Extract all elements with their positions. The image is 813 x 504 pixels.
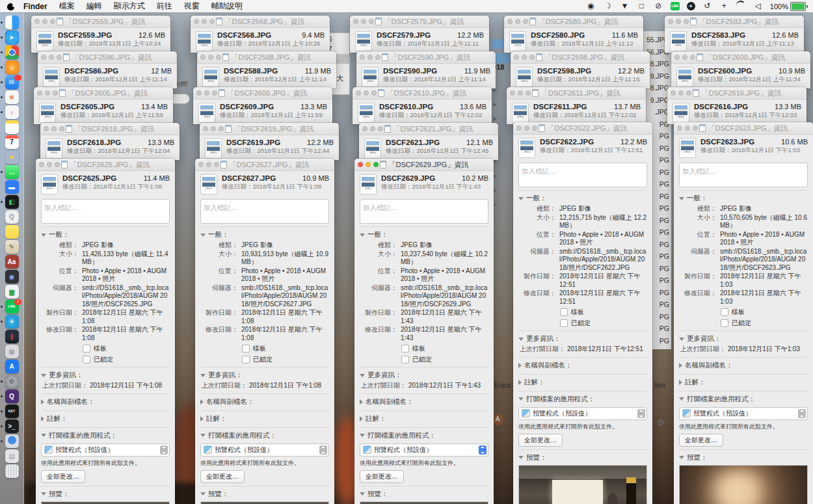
minimize-button[interactable] bbox=[518, 90, 523, 96]
window-titlebar[interactable]: 「DSCF2598.JPG」資訊 bbox=[511, 51, 650, 64]
window-titlebar[interactable]: 「DSCF2610.JPG」資訊 bbox=[353, 87, 492, 99]
crosshair-icon[interactable]: + bbox=[719, 1, 729, 12]
close-button[interactable] bbox=[677, 126, 682, 131]
disclosure-triangle-icon[interactable] bbox=[518, 197, 524, 200]
dock-item-notes[interactable] bbox=[0, 120, 23, 135]
minimize-button[interactable] bbox=[682, 55, 687, 60]
close-button[interactable] bbox=[39, 162, 44, 167]
dock-item-printer[interactable]: ▤ bbox=[0, 449, 23, 464]
minimize-button[interactable] bbox=[367, 55, 373, 60]
change-all-button[interactable]: 全部更改… bbox=[679, 434, 723, 447]
disclosure-triangle-icon[interactable] bbox=[360, 492, 365, 496]
zoom-button[interactable] bbox=[684, 19, 689, 24]
info-window-DSCF2625.JPG[interactable]: 「DSCF2625.JPG」資訊 JPEG DSCF2625.JPG 11.4 … bbox=[36, 159, 175, 504]
dock-item-photo-booth[interactable]: ◉ bbox=[0, 269, 23, 284]
preview-header[interactable]: 預覽： bbox=[518, 452, 647, 464]
general-section-header[interactable]: 一般： bbox=[360, 229, 488, 241]
quicktime-icon[interactable]: Q bbox=[5, 210, 19, 224]
screen-share-icon[interactable] bbox=[5, 434, 19, 448]
minimize-button[interactable] bbox=[49, 55, 54, 60]
dock-item-safari[interactable]: ➤ bbox=[0, 30, 23, 45]
dock-item-app-store[interactable]: A bbox=[0, 359, 23, 374]
info-window-DSCF2588.JPG[interactable]: 「DSCF2588.JPG」資訊 JPEG DSCF2588.JPG 11.9 … bbox=[197, 51, 336, 88]
close-button[interactable] bbox=[671, 90, 676, 96]
close-button[interactable] bbox=[362, 126, 367, 131]
photos-icon[interactable]: ❀ bbox=[5, 90, 19, 104]
telegram-icon[interactable]: ✈ bbox=[687, 2, 695, 10]
open-with-select[interactable]: 預覽程式（預設值） bbox=[518, 407, 647, 420]
dock-item-parallels[interactable]: ∥ bbox=[0, 329, 23, 344]
stationery-pad-checkbox[interactable] bbox=[83, 345, 90, 352]
window-titlebar[interactable]: 「DSCF2609.JPG」資訊 bbox=[193, 87, 332, 99]
disclosure-triangle-icon[interactable] bbox=[518, 338, 524, 341]
zoom-button[interactable] bbox=[53, 90, 58, 96]
zoom-button[interactable] bbox=[216, 55, 221, 60]
open-with-select[interactable]: 預覽程式（預設值） bbox=[41, 444, 170, 457]
comments-header[interactable]: 註解： bbox=[360, 413, 488, 425]
window-titlebar[interactable]: 「DSCF2623.JPG」資訊 bbox=[674, 122, 813, 135]
zoom-button[interactable] bbox=[59, 126, 64, 131]
zoom-button[interactable] bbox=[523, 19, 528, 24]
disclosure-triangle-icon[interactable] bbox=[41, 374, 46, 377]
dock-item-line[interactable]: LINE7 bbox=[0, 299, 23, 314]
stationery-pad-checkbox[interactable] bbox=[242, 345, 250, 352]
close-button[interactable] bbox=[198, 162, 204, 167]
stationery-pad-checkbox[interactable] bbox=[721, 308, 728, 316]
keyboard-maestro-icon[interactable]: KEY bbox=[5, 405, 19, 418]
zoom-button[interactable] bbox=[212, 90, 217, 96]
menu-window[interactable]: 視窗 bbox=[178, 1, 206, 12]
minimize-button[interactable] bbox=[206, 162, 211, 167]
file-list-item[interactable]: 9.JPG bbox=[642, 94, 669, 107]
tags-input[interactable]: 加入標記… bbox=[360, 199, 488, 224]
minimize-button[interactable] bbox=[51, 126, 57, 131]
disclosure-triangle-icon[interactable] bbox=[360, 233, 365, 237]
dock-item-photos[interactable]: ❀ bbox=[0, 90, 23, 105]
more-info-section-header[interactable]: 更多資訊： bbox=[679, 333, 808, 345]
window-titlebar[interactable]: 「DSCF2622.JPG」資訊 bbox=[513, 122, 652, 135]
window-titlebar[interactable]: 「DSCF2588.JPG」資訊 bbox=[197, 51, 336, 64]
dock-item-messages[interactable]: … bbox=[0, 165, 23, 179]
preview-header[interactable]: 預覽： bbox=[200, 488, 329, 500]
window-manager-icon[interactable]: □ bbox=[637, 1, 646, 12]
close-button[interactable] bbox=[353, 19, 358, 24]
stationery-pad-checkbox[interactable] bbox=[560, 308, 568, 316]
select-stepper-icon[interactable] bbox=[637, 409, 645, 418]
terminal-icon[interactable]: >_ bbox=[5, 419, 19, 433]
close-button[interactable] bbox=[516, 126, 522, 131]
menu-help[interactable]: 輔助說明 bbox=[206, 1, 248, 12]
doc-editor-icon[interactable]: ✎ bbox=[5, 240, 19, 254]
info-window-DSCF2627.JPG[interactable]: 「DSCF2627.JPG」資訊 JPEG DSCF2627.JPG 10.9 … bbox=[195, 159, 334, 504]
menu-finder[interactable]: Finder bbox=[18, 2, 53, 11]
info-window-DSCF2611.JPG[interactable]: 「DSCF2611.JPG」資訊 JPEG DSCF2611.JPG 13.7 … bbox=[507, 87, 646, 124]
disclosure-triangle-icon[interactable] bbox=[41, 399, 44, 405]
info-window-DSCF2619.JPG[interactable]: 「DSCF2619.JPG」資訊 JPEG DSCF2619.JPG 12.2 … bbox=[200, 123, 339, 160]
info-window-DSCF2605.JPG[interactable]: 「DSCF2605.JPG」資訊 JPEG DSCF2605.JPG 13.4 … bbox=[34, 87, 173, 124]
orange-face-app-icon[interactable]: ☺ bbox=[5, 60, 19, 74]
creative-cloud-icon[interactable]: ◉ bbox=[586, 1, 596, 12]
disclosure-triangle-icon[interactable] bbox=[360, 399, 363, 405]
shield-icon[interactable]: ▼ bbox=[620, 1, 630, 12]
dock-item-orange-face-app[interactable]: ☺ bbox=[0, 60, 23, 75]
minimize-button[interactable] bbox=[678, 90, 684, 96]
disclosure-triangle-icon[interactable] bbox=[679, 363, 682, 368]
minimize-button[interactable] bbox=[364, 90, 369, 96]
dock-item-terminal[interactable]: >_ bbox=[0, 419, 23, 434]
tags-input[interactable]: 加入標記… bbox=[200, 199, 329, 224]
dock-item-quicktime[interactable]: Q bbox=[0, 209, 23, 224]
dock-item-chrome[interactable] bbox=[0, 45, 23, 60]
printer-icon[interactable]: ▤ bbox=[5, 449, 19, 463]
star-app-icon[interactable]: ★ bbox=[5, 150, 19, 164]
info-window-DSCF2586.JPG[interactable]: 「DSCF2586.JPG」資訊 JPEG DSCF2586.JPG 12 MB… bbox=[38, 51, 177, 88]
info-window-DSCF2622.JPG[interactable]: 「DSCF2622.JPG」資訊 JPEG DSCF2622.JPG 12.2 … bbox=[513, 122, 652, 504]
system-preferences-icon[interactable]: ⚙ bbox=[5, 375, 19, 388]
window-titlebar[interactable]: 「DSCF2586.JPG」資訊 bbox=[38, 51, 177, 64]
info-window-DSCF2621.JPG[interactable]: 「DSCF2621.JPG」資訊 JPEG DSCF2621.JPG 12.1 … bbox=[359, 123, 498, 160]
window-titlebar[interactable]: 「DSCF2619.JPG」資訊 bbox=[200, 123, 339, 135]
stationery-pad-checkbox[interactable] bbox=[401, 345, 409, 352]
minimize-button[interactable] bbox=[202, 19, 207, 24]
window-titlebar[interactable]: 「DSCF2590.JPG」資訊 bbox=[356, 51, 496, 64]
select-stepper-icon[interactable] bbox=[479, 445, 486, 455]
close-button[interactable] bbox=[203, 126, 208, 131]
window-titlebar[interactable]: 「DSCF2580.JPG」資訊 bbox=[504, 16, 643, 28]
minimize-button[interactable] bbox=[211, 126, 216, 131]
